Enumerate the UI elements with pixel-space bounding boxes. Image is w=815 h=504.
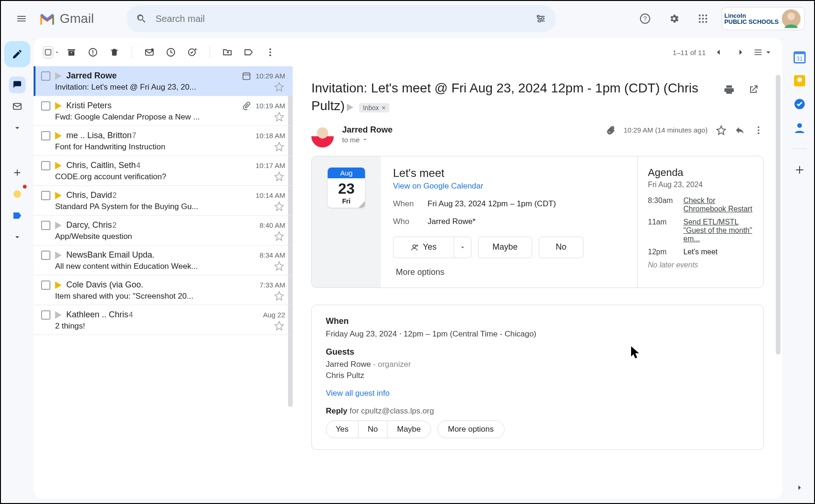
reply-no-button[interactable]: No	[358, 421, 388, 438]
reading-scrollbar[interactable]	[776, 75, 780, 355]
email-checkbox[interactable]	[41, 221, 50, 230]
nav-add[interactable]	[9, 164, 26, 181]
star-button[interactable]	[274, 321, 284, 331]
add-task-button[interactable]	[183, 42, 202, 62]
nav-label-blue[interactable]	[9, 207, 26, 224]
open-new-window-button[interactable]	[743, 79, 764, 100]
select-dropdown-icon[interactable]	[54, 49, 60, 55]
email-item[interactable]: Cole Davis (via Goo. 7:33 AM Item shared…	[34, 275, 293, 305]
archive-button[interactable]	[62, 42, 81, 62]
snooze-button[interactable]	[161, 42, 181, 62]
display-density-button[interactable]	[753, 42, 773, 62]
star-button[interactable]	[274, 171, 284, 182]
delete-button[interactable]	[105, 42, 124, 62]
nav-label-yellow[interactable]	[9, 186, 26, 203]
importance-marker-icon[interactable]	[55, 222, 62, 229]
email-checkbox[interactable]	[41, 310, 50, 320]
more-actions-button[interactable]	[260, 42, 280, 62]
rsvp-yes-dropdown[interactable]	[454, 237, 471, 258]
attachment-icon[interactable]	[606, 126, 615, 135]
email-item[interactable]: Jarred Rowe 10:29 AM Invitation: Let's m…	[34, 66, 293, 96]
more-vert-icon[interactable]	[753, 125, 764, 135]
label-chip-inbox[interactable]: Inbox×	[359, 103, 389, 112]
move-to-button[interactable]	[218, 42, 237, 62]
support-button[interactable]: ?	[635, 8, 655, 29]
gmail-logo[interactable]: Gmail	[37, 11, 94, 26]
importance-marker-icon[interactable]	[55, 102, 62, 110]
importance-marker-icon[interactable]	[55, 252, 62, 259]
rsvp-maybe-button[interactable]: Maybe	[478, 237, 532, 258]
side-tasks[interactable]	[794, 98, 806, 110]
side-keep[interactable]	[794, 75, 806, 87]
view-all-guests-link[interactable]: View all guest info	[326, 389, 749, 398]
agenda-event[interactable]: Check for Chromebook Restart	[683, 196, 753, 213]
email-checkbox[interactable]	[41, 251, 50, 260]
email-item[interactable]: me .. Lisa, Britton 7 10:18 AM Font for …	[34, 126, 293, 156]
importance-marker-icon[interactable]	[347, 104, 353, 111]
email-item[interactable]: NewsBank Email Upda. 8:34 AM All new con…	[34, 245, 293, 275]
importance-marker-icon[interactable]	[55, 132, 62, 140]
nav-collapse[interactable]	[9, 229, 26, 245]
email-item[interactable]: Kathleen .. Chris 4 Aug 22 2 things!	[34, 305, 293, 335]
print-button[interactable]	[719, 79, 739, 100]
agenda-event[interactable]: Send ETL/MSTL "Guest of the month" em...	[683, 218, 753, 243]
remove-label-icon[interactable]: ×	[382, 104, 386, 112]
user-avatar[interactable]	[782, 9, 801, 28]
nav-expand[interactable]	[9, 119, 26, 136]
star-button[interactable]	[274, 201, 284, 211]
importance-marker-icon[interactable]	[55, 162, 62, 169]
mark-unread-button[interactable]	[140, 42, 159, 62]
search-input[interactable]	[155, 14, 527, 24]
prev-page-button[interactable]	[709, 42, 728, 62]
email-list[interactable]: Jarred Rowe 10:29 AM Invitation: Let's m…	[34, 66, 293, 498]
star-button[interactable]	[274, 112, 284, 122]
account-badge[interactable]: Lincoln PUBLIC SCHOOLS	[722, 7, 805, 30]
email-checkbox[interactable]	[41, 191, 50, 200]
email-checkbox[interactable]	[41, 280, 50, 290]
star-button[interactable]	[274, 141, 284, 152]
star-button[interactable]	[274, 82, 284, 92]
select-all-checkbox[interactable]	[43, 46, 53, 58]
email-checkbox[interactable]	[41, 101, 50, 111]
email-checkbox[interactable]	[41, 71, 50, 81]
star-button[interactable]	[274, 261, 284, 271]
reply-maybe-button[interactable]: Maybe	[387, 421, 430, 438]
view-on-calendar-link[interactable]: View on Google Calendar	[393, 182, 483, 191]
importance-marker-icon[interactable]	[55, 281, 62, 289]
report-spam-button[interactable]	[83, 42, 103, 62]
settings-button[interactable]	[664, 8, 684, 29]
search-options-icon[interactable]	[535, 13, 547, 24]
side-collapse[interactable]	[794, 482, 806, 494]
rsvp-yes-button[interactable]: Yes	[393, 237, 454, 258]
reply-yes-button[interactable]: Yes	[326, 421, 358, 438]
importance-marker-icon[interactable]	[55, 192, 62, 199]
email-item[interactable]: Chris, Caitlin, Seth 4 10:17 AM CODE.org…	[34, 156, 293, 186]
reply-more-options-button[interactable]: More options	[437, 420, 505, 438]
email-item[interactable]: Kristi Peters 10:19 AM Fwd: Google Calen…	[34, 96, 293, 126]
compose-button[interactable]	[4, 41, 30, 67]
importance-marker-icon[interactable]	[55, 311, 62, 319]
next-page-button[interactable]	[731, 42, 751, 62]
nav-mail[interactable]	[9, 77, 26, 93]
side-contacts[interactable]	[794, 121, 806, 133]
importance-marker-icon[interactable]	[55, 72, 62, 80]
sender-avatar[interactable]	[311, 125, 334, 147]
side-calendar[interactable]: 31	[794, 51, 806, 63]
email-checkbox[interactable]	[41, 131, 50, 140]
agenda-row[interactable]: 11amSend ETL/MSTL "Guest of the month" e…	[648, 218, 753, 243]
labels-button[interactable]	[239, 42, 259, 62]
nav-chat[interactable]	[9, 98, 26, 115]
recipient-summary[interactable]: to me	[342, 136, 597, 144]
star-icon[interactable]	[716, 125, 726, 135]
agenda-row[interactable]: 8:30amCheck for Chromebook Restart	[648, 196, 753, 213]
rsvp-no-button[interactable]: No	[539, 237, 583, 258]
email-item[interactable]: Chris, David 2 10:14 AM Standard PA Syst…	[34, 186, 293, 216]
email-checkbox[interactable]	[41, 161, 50, 170]
reply-icon[interactable]	[735, 125, 745, 135]
side-add[interactable]	[794, 164, 806, 176]
star-button[interactable]	[274, 291, 284, 301]
apps-button[interactable]	[693, 8, 713, 29]
rsvp-more-options[interactable]: More options	[393, 267, 625, 277]
search-bar[interactable]	[126, 5, 556, 32]
email-item[interactable]: Darcy, Chris 2 8:40 AM App/Website quest…	[34, 216, 293, 245]
